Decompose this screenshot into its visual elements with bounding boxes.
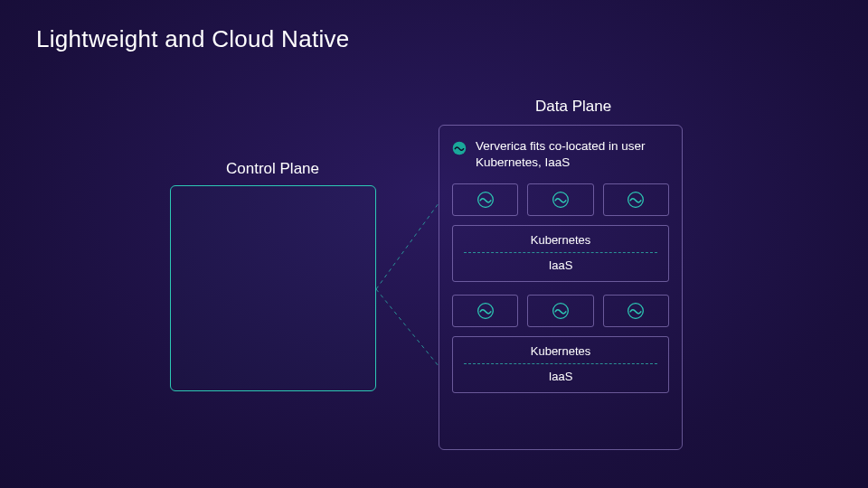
node-cell <box>603 183 669 216</box>
cluster-block: Kubernetes IaaS <box>452 183 669 282</box>
data-plane-header: Ververica fits co-located in user Kubern… <box>452 138 669 171</box>
ververica-logo-icon <box>627 191 645 209</box>
connector-lines <box>0 0 868 488</box>
data-plane-box: Ververica fits co-located in user Kubern… <box>439 125 683 450</box>
stack-box: Kubernetes IaaS <box>452 336 669 393</box>
cluster-block: Kubernetes IaaS <box>452 295 669 393</box>
kubernetes-label: Kubernetes <box>462 344 659 363</box>
svg-line-1 <box>376 289 439 366</box>
iaas-label: IaaS <box>462 370 659 383</box>
data-plane-description: Ververica fits co-located in user Kubern… <box>476 138 669 171</box>
node-cell <box>452 295 518 327</box>
control-plane-box <box>170 185 376 391</box>
diagram-stage: Lightweight and Cloud Native Control Pla… <box>0 0 868 488</box>
ververica-logo-icon <box>476 302 495 320</box>
stack-divider <box>464 363 657 364</box>
ververica-logo-icon <box>552 302 570 320</box>
node-cell <box>603 295 669 327</box>
data-plane-label: Data Plane <box>535 98 611 116</box>
svg-line-0 <box>376 203 439 289</box>
node-row <box>452 295 669 327</box>
node-cell <box>527 183 593 216</box>
iaas-label: IaaS <box>462 258 659 272</box>
node-cell <box>452 183 518 216</box>
slide-title: Lightweight and Cloud Native <box>36 25 350 53</box>
node-cell <box>527 295 593 327</box>
control-plane-label: Control Plane <box>226 160 319 178</box>
ververica-logo-icon <box>452 138 467 158</box>
node-row <box>452 183 669 216</box>
stack-divider <box>464 252 657 253</box>
kubernetes-label: Kubernetes <box>462 233 659 252</box>
ververica-logo-icon <box>552 191 570 209</box>
stack-box: Kubernetes IaaS <box>452 225 669 282</box>
ververica-logo-icon <box>476 191 495 209</box>
ververica-logo-icon <box>627 302 645 320</box>
